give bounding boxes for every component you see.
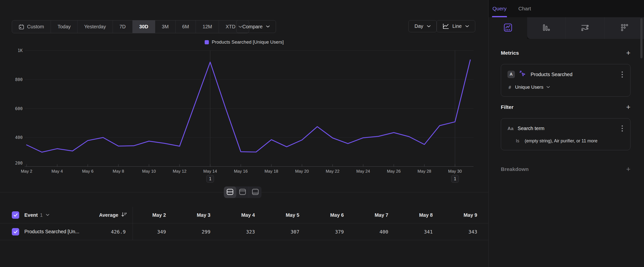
svg-text:1: 1: [454, 176, 456, 181]
filter-operator[interactable]: Is: [516, 138, 519, 144]
line-chart-icon: [442, 24, 449, 29]
metric-name[interactable]: Products Searched: [530, 72, 616, 77]
range-custom-button[interactable]: Custom: [12, 21, 51, 33]
col-header: May 4: [222, 212, 266, 218]
filter-header: Filter: [501, 104, 514, 110]
cell-value: 299: [177, 229, 222, 235]
filter-property-name[interactable]: Search term: [518, 126, 616, 131]
tab-chart[interactable]: Chart: [518, 0, 531, 17]
report-type-tabs: [488, 17, 644, 39]
cell-value: 343: [444, 229, 488, 235]
cell-value: 341: [400, 229, 444, 235]
sidebar-tab-bar: Query Chart: [488, 0, 644, 17]
row-values: 349 299 323 307 379 400 341 343: [132, 223, 488, 240]
col-header: May 9: [444, 212, 488, 218]
funnel-bars-icon: [542, 24, 550, 33]
chevron-down-icon[interactable]: [46, 214, 50, 216]
flows-report-tab[interactable]: [566, 17, 604, 39]
metrics-section: Metrics + A Products Searched #: [501, 49, 630, 97]
range-12m-button[interactable]: 12M: [196, 21, 219, 33]
range-6m-button[interactable]: 6M: [176, 21, 196, 33]
svg-text:May 2: May 2: [21, 169, 32, 174]
svg-text:May 28: May 28: [418, 169, 431, 174]
col-header: May 8: [400, 212, 444, 218]
string-property-icon: Aa: [508, 126, 514, 131]
add-filter-button[interactable]: +: [626, 103, 630, 111]
split-view-icon: [226, 189, 234, 196]
filter-card[interactable]: Aa Search term Is (empty string), Air pu…: [501, 118, 630, 150]
calendar-icon: [19, 24, 24, 30]
svg-text:1: 1: [209, 176, 211, 181]
chart-type-dropdown[interactable]: Line: [436, 20, 475, 32]
retention-report-tab[interactable]: [604, 17, 644, 39]
metric-card[interactable]: A Products Searched # Unique Users: [501, 64, 630, 97]
chevron-down-icon: [546, 86, 550, 88]
col-header: May 7: [355, 212, 400, 218]
cell-value: 379: [311, 229, 355, 235]
svg-text:800: 800: [15, 77, 23, 82]
chart-legend: Products Searched [Unique Users]: [0, 39, 488, 45]
range-3m-button[interactable]: 3M: [155, 21, 176, 33]
event-count: 1: [40, 212, 42, 218]
range-30d-button[interactable]: 30D: [132, 21, 155, 33]
granularity-dropdown[interactable]: Day: [408, 20, 437, 32]
svg-text:May 24: May 24: [356, 169, 370, 174]
svg-text:400: 400: [15, 135, 23, 140]
flows-icon: [580, 23, 590, 33]
range-today-button[interactable]: Today: [51, 21, 78, 33]
chevron-down-icon: [465, 25, 469, 28]
svg-text:May 8: May 8: [113, 169, 124, 174]
insights-report-tab[interactable]: [488, 17, 527, 39]
range-custom-label: Custom: [27, 24, 44, 30]
table-only-view-button[interactable]: [249, 186, 262, 198]
annotation-badge[interactable]: 1: [206, 175, 214, 182]
funnels-report-tab[interactable]: [527, 17, 566, 39]
chart-only-view-button[interactable]: [236, 186, 249, 198]
add-breakdown-button[interactable]: +: [626, 165, 630, 173]
metric-letter-badge: A: [508, 71, 515, 78]
chevron-down-icon: [427, 25, 431, 28]
metric-kebab-menu[interactable]: [621, 71, 624, 79]
tab-query[interactable]: Query: [492, 0, 507, 17]
select-all-checkbox[interactable]: [12, 211, 19, 219]
row-event-name[interactable]: Products Searched [Un...: [24, 229, 79, 234]
svg-text:600: 600: [15, 106, 23, 111]
insights-icon: [504, 23, 512, 33]
range-7d-button[interactable]: 7D: [113, 21, 133, 33]
data-table: Event 1 Average May: [0, 207, 488, 240]
split-view-button[interactable]: [224, 186, 236, 198]
svg-text:1K: 1K: [18, 48, 23, 53]
svg-text:May 22: May 22: [326, 169, 340, 174]
annotation-badge[interactable]: 1: [452, 175, 459, 182]
average-header[interactable]: Average: [99, 212, 118, 218]
table-row: Products Searched [Un... 426.9 349 299 3…: [0, 223, 488, 240]
col-header: May 5: [266, 212, 311, 218]
retention-dots-icon: [620, 23, 629, 33]
date-columns-header: May 2 May 3 May 4 May 5 May 6 May 7 May …: [132, 207, 488, 223]
svg-text:May 30: May 30: [448, 169, 462, 174]
filter-value[interactable]: (empty string), Air purifier, or 11 more: [525, 138, 598, 144]
svg-text:May 6: May 6: [82, 169, 94, 174]
series-swatch[interactable]: [205, 40, 209, 44]
filter-kebab-menu[interactable]: [621, 124, 624, 133]
add-metric-button[interactable]: +: [626, 49, 630, 57]
svg-text:200: 200: [15, 161, 23, 165]
row-checkbox[interactable]: [12, 228, 19, 235]
event-header[interactable]: Event: [24, 212, 38, 218]
metrics-header: Metrics: [501, 50, 519, 56]
app-window: 1K800600400200May 2May 4May 6May 8May 10…: [0, 0, 644, 267]
series-label[interactable]: Products Searched [Unique Users]: [212, 39, 284, 45]
svg-text:May 4: May 4: [52, 169, 63, 174]
table-header-row: Event 1 Average May: [0, 207, 488, 223]
aggregation-dropdown[interactable]: Unique Users: [515, 85, 550, 90]
date-range-control: Custom Today Yesterday 7D 30D 3M 6M 12M …: [12, 20, 249, 33]
col-header: May 6: [311, 212, 355, 218]
compare-button[interactable]: Compare: [236, 20, 276, 33]
row-average-value: 426.9: [111, 229, 132, 235]
col-header: May 3: [177, 212, 222, 218]
range-yesterday-button[interactable]: Yesterday: [78, 21, 113, 33]
col-header: May 2: [133, 212, 177, 218]
sidebar-scrollbar[interactable]: [640, 18, 642, 58]
table-only-icon: [252, 189, 259, 196]
sort-icon[interactable]: [121, 212, 127, 218]
